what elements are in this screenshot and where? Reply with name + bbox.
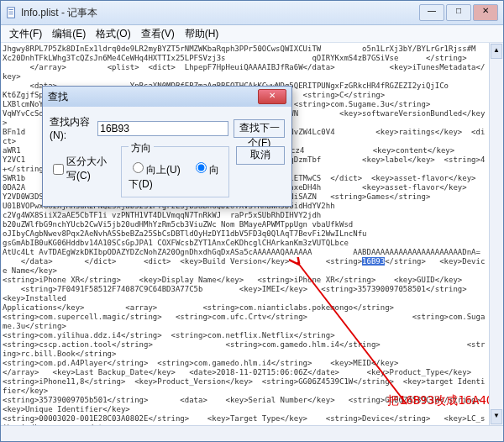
titlebar[interactable]: Info.plist - 记事本 — □ ✕ (1, 1, 503, 25)
find-body: 查找内容(N): 查找下一个(F) 区分大小写(C) 方向 向上(U) 向下(D… (43, 107, 291, 206)
find-label: 查找内容(N): (50, 115, 97, 141)
menu-format[interactable]: 格式(O) (91, 25, 135, 43)
find-highlight: 16B93 (362, 257, 385, 266)
minimize-button[interactable]: — (419, 4, 444, 21)
find-dialog[interactable]: 查找 ✕ 查找内容(N): 查找下一个(F) 区分大小写(C) 方向 向上(U)… (42, 86, 292, 207)
notepad-window: Info.plist - 记事本 — □ ✕ 文件(F) 编辑(E) 格式(O)… (0, 0, 504, 442)
statusbar (1, 425, 503, 441)
text-block-3: U01BVOPwxGozXjAhSuR2PNQZSxjab52S1PfgrzES… (3, 202, 485, 266)
notepad-icon (6, 7, 18, 18)
find-cancel-button[interactable]: 取消 (236, 146, 285, 165)
find-dialog-title: 查找 (48, 90, 258, 104)
match-case-label: 区分大小写(C) (66, 155, 111, 183)
svg-rect-0 (8, 8, 15, 18)
direction-up-label[interactable]: 向上(U) (129, 164, 181, 176)
window-title: Info.plist - 记事本 (21, 6, 419, 20)
close-button[interactable]: ✕ (473, 4, 498, 21)
find-close-button[interactable]: ✕ (258, 89, 286, 104)
scroll-track[interactable] (490, 60, 503, 408)
direction-legend: 方向 (129, 142, 154, 154)
menu-file[interactable]: 文件(F) (4, 25, 47, 43)
menubar: 文件(F) 编辑(E) 格式(O) 查看(V) 帮助(H) (1, 25, 503, 43)
menu-edit[interactable]: 编辑(E) (47, 25, 91, 43)
find-input[interactable] (97, 121, 228, 136)
direction-down-radio[interactable] (196, 162, 207, 173)
scroll-up-icon[interactable]: ▲ (491, 44, 502, 59)
window-controls: — □ ✕ (419, 4, 498, 21)
scroll-down-icon[interactable]: ▼ (491, 409, 502, 424)
vertical-scrollbar[interactable]: ▲ ▼ (489, 43, 503, 425)
direction-up-radio[interactable] (133, 162, 144, 173)
match-case-checkbox[interactable] (53, 164, 64, 175)
direction-fieldset: 方向 向上(U) 向下(D) (121, 146, 229, 197)
menu-help[interactable]: 帮助(H) (180, 25, 224, 43)
annotation-text: 把16B93改成16A404 (387, 396, 489, 405)
match-case-row: 区分大小写(C) (50, 155, 111, 183)
find-titlebar[interactable]: 查找 ✕ (43, 87, 291, 107)
maximize-button[interactable]: □ (446, 4, 471, 21)
menu-view[interactable]: 查看(V) (136, 25, 180, 43)
find-next-button[interactable]: 查找下一个(F) (234, 119, 285, 138)
